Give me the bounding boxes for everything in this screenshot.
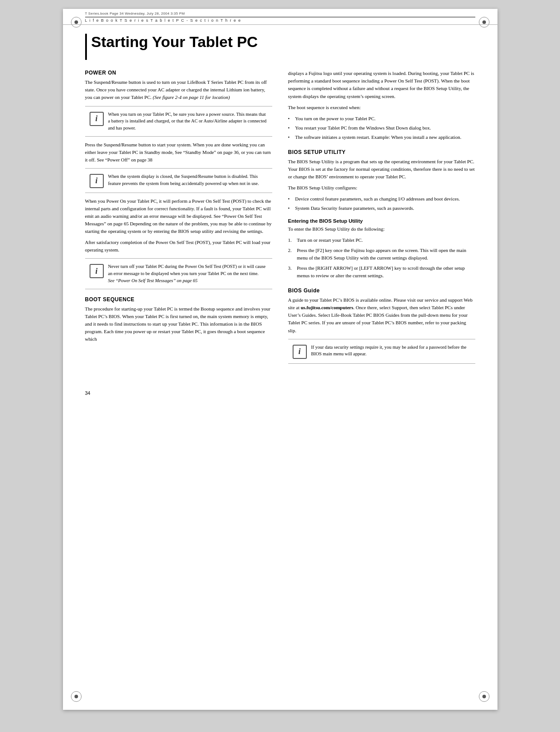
boot-seq-intro: The boot sequence is executed when: [288, 104, 475, 111]
boot-bullet-3: The software initiates a system restart.… [288, 134, 475, 141]
entering-bios-intro: To enter the BIOS Setup Utility do the f… [288, 225, 475, 233]
title-wrap: Starting Your Tablet PC [85, 34, 475, 60]
info-icon-2: i [90, 174, 104, 188]
bios-bullets: Device control feature parameters, such … [288, 195, 475, 212]
bios-guide-note: i If your data security settings require… [288, 339, 475, 364]
boot-bullet-2: You restart your Tablet PC from the Wind… [288, 124, 475, 132]
bios-step-2: 2.Press the [F2] key once the Fujitsu lo… [288, 247, 475, 262]
info-icon-1: i [90, 112, 104, 126]
two-column-layout: POWER ON The Suspend/Resume button is us… [85, 70, 475, 368]
bios-steps: 1.Turn on or restart your Tablet PC. 2.P… [288, 236, 475, 279]
bios-step-1: 1.Turn on or restart your Tablet PC. [288, 236, 475, 244]
corner-mark-tl [71, 17, 82, 28]
power-on-para4: After satisfactory completion of the Pow… [85, 239, 272, 254]
page-title: Starting Your Tablet PC [91, 34, 258, 50]
power-on-note3: i Never turn off your Tablet PC during t… [85, 258, 272, 289]
power-on-para1: The Suspend/Resume button is used to tur… [85, 79, 272, 101]
entering-bios-heading: Entering the BIOS Setup Utility [288, 218, 475, 224]
bios-guide-heading: BIOS Guide [288, 287, 475, 294]
bios-guide-note-text: If your data security settings require i… [311, 344, 471, 358]
info-icon-3: i [90, 264, 104, 278]
power-on-para3: When you Power On your Tablet PC, it wil… [85, 197, 272, 235]
boot-sequence-heading: BOOT SEQUENCE [85, 296, 272, 303]
boot-bullet-1: You turn on the power to your Tablet PC. [288, 115, 475, 122]
left-column: POWER ON The Suspend/Resume button is us… [85, 70, 272, 368]
file-info: T Series.book Page 34 Wednesday, July 28… [85, 12, 475, 16]
series-label: L i f e B o o k T S e r i e s T a b l e … [85, 18, 475, 23]
power-on-note3-text: Never turn off your Tablet PC during the… [108, 263, 268, 284]
power-on-note2: i When the system display is closed, the… [85, 168, 272, 193]
info-icon-4: i [293, 345, 307, 359]
power-on-para2: Press the Suspend/Resume button to start… [85, 141, 272, 164]
corner-mark-tr [479, 17, 490, 28]
bios-step-3: 3.Press the [RIGHT ARROW] or [LEFT ARROW… [288, 264, 475, 279]
corner-mark-bl [71, 691, 82, 702]
bios-guide-para: A guide to your Tablet PC’s BIOS is avai… [288, 296, 475, 334]
bios-setup-heading: BIOS SETUP UTILITY [288, 149, 475, 155]
title-accent-bar [85, 34, 87, 60]
content-area: Starting Your Tablet PC POWER ON The Sus… [63, 25, 497, 386]
right-column: displays a Fujitsu logo until your opera… [288, 70, 475, 368]
bios-bullet-1: Device control feature parameters, such … [288, 195, 475, 203]
top-bar: T Series.book Page 34 Wednesday, July 28… [63, 9, 497, 25]
page: T Series.book Page 34 Wednesday, July 28… [63, 9, 497, 710]
bios-bullet-2: System Data Security feature parameters,… [288, 205, 475, 212]
power-on-note2-text: When the system display is closed, the S… [108, 173, 268, 187]
boot-bullets: You turn on the power to your Tablet PC.… [288, 115, 475, 141]
boot-sequence-para1: The procedure for starting-up your Table… [85, 305, 272, 343]
power-on-heading: POWER ON [85, 70, 272, 76]
power-on-note1-text: When you turn on your Tablet PC, be sure… [108, 111, 268, 132]
corner-mark-br [479, 691, 490, 702]
bios-setup-para2: The BIOS Setup Utility configures: [288, 184, 475, 192]
bios-setup-para1: The BIOS Setup Utility is a program that… [288, 158, 475, 181]
power-on-note1: i When you turn on your Tablet PC, be su… [85, 106, 272, 137]
boot-seq-cont-para1: displays a Fujitsu logo until your opera… [288, 70, 475, 100]
bios-url: us.fujitsu.com/computers [301, 305, 353, 310]
page-number: 34 [63, 386, 497, 400]
